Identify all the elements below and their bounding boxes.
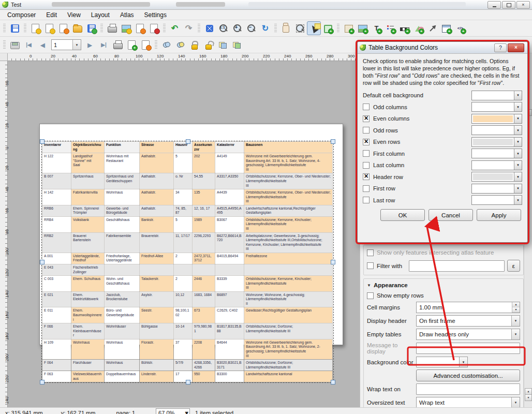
add-html-button[interactable]: </>+ bbox=[453, 21, 467, 35]
menu-item-composer[interactable]: Composer bbox=[2, 10, 41, 20]
group-items-button[interactable] bbox=[159, 38, 173, 52]
even-columns-checkbox[interactable] bbox=[363, 115, 370, 122]
add-label-button[interactable]: T+ bbox=[370, 21, 383, 35]
even-rows-color[interactable]: ▼ bbox=[471, 137, 522, 147]
selection-handle[interactable] bbox=[40, 139, 45, 144]
export-svg-button[interactable] bbox=[133, 21, 147, 35]
dialog-help-button[interactable]: ? bbox=[494, 43, 507, 52]
odd-rows-checkbox[interactable] bbox=[363, 127, 370, 134]
selection-handle[interactable] bbox=[186, 139, 190, 144]
scroll-down-icon[interactable]: ▼ bbox=[525, 394, 532, 401]
add-map-button[interactable]: + bbox=[342, 21, 356, 35]
zoom-in-button[interactable]: + bbox=[230, 21, 244, 35]
add-scalebar-button[interactable]: + bbox=[397, 21, 411, 35]
align-items-button[interactable] bbox=[229, 38, 243, 52]
dialog-close-button[interactable]: × bbox=[508, 43, 524, 52]
last-row-checkbox[interactable] bbox=[363, 197, 370, 203]
add-arrow-button[interactable] bbox=[425, 21, 439, 35]
select-move-item-button[interactable] bbox=[307, 21, 321, 35]
apply-button[interactable]: Apply bbox=[477, 209, 521, 221]
menu-item-layout[interactable]: Layout bbox=[86, 10, 115, 20]
attribute-table-item[interactable]: InventarnrObjektbezeichnungFunktionStras… bbox=[41, 141, 334, 383]
last-column-color[interactable]: ▼ bbox=[471, 160, 522, 170]
last-column-checkbox[interactable] bbox=[363, 162, 370, 169]
menu-item-edit[interactable]: Edit bbox=[41, 10, 62, 20]
first-column-checkbox[interactable] bbox=[363, 150, 370, 157]
menu-item-view[interactable]: View bbox=[62, 10, 86, 20]
menu-item-atlas[interactable]: Atlas bbox=[115, 10, 139, 20]
print-button[interactable] bbox=[105, 21, 119, 35]
save-as-button[interactable] bbox=[84, 21, 98, 35]
even-rows-checkbox[interactable] bbox=[363, 139, 370, 145]
redo-button[interactable]: ↷ bbox=[182, 21, 196, 35]
zoom-1-1-button[interactable]: 1:1 bbox=[216, 21, 230, 35]
atlas-print-button[interactable] bbox=[111, 38, 125, 52]
ok-button[interactable]: OK bbox=[380, 209, 425, 221]
ungroup-items-button[interactable] bbox=[173, 38, 187, 52]
move-item-content-button[interactable]: + bbox=[321, 21, 335, 35]
maximize-button[interactable] bbox=[502, 1, 515, 9]
lock-items-button[interactable] bbox=[187, 38, 201, 52]
header-row-checkbox[interactable] bbox=[363, 173, 370, 180]
refresh-button[interactable]: ↻ bbox=[258, 21, 272, 35]
expression-button[interactable]: ε bbox=[507, 260, 520, 272]
selection-handle[interactable] bbox=[40, 380, 45, 385]
unlock-items-button[interactable] bbox=[201, 38, 215, 52]
default-cell-background-color[interactable]: ▼ bbox=[471, 91, 522, 100]
zoom-out-button[interactable]: − bbox=[244, 21, 258, 35]
add-shape-button[interactable]: + bbox=[411, 21, 425, 35]
cancel-button[interactable]: Cancel bbox=[428, 209, 473, 221]
atlas-prev-button[interactable]: ◀ bbox=[36, 38, 50, 52]
oversized-text-select[interactable]: Wrap text ▼ bbox=[416, 397, 520, 407]
zoom-rect-button[interactable] bbox=[293, 21, 307, 35]
atlas-preview-button[interactable] bbox=[8, 38, 22, 52]
atlas-settings-button[interactable] bbox=[139, 38, 153, 52]
display-header-select[interactable]: On first frame ▼ bbox=[416, 315, 520, 327]
add-legend-button[interactable]: + bbox=[383, 21, 397, 35]
atlas-first-button[interactable]: |◀ bbox=[22, 38, 36, 52]
spin-down-icon[interactable]: ▼ bbox=[512, 307, 520, 313]
selection-handle[interactable] bbox=[331, 139, 335, 144]
spin-up-icon[interactable]: ▲ bbox=[512, 302, 520, 307]
first-column-color[interactable]: ▼ bbox=[471, 149, 522, 158]
zoom-level-combo[interactable]: 67.0% ▼ bbox=[156, 408, 190, 414]
add-image-button[interactable]: + bbox=[356, 21, 370, 35]
undo-button[interactable]: ↶ bbox=[168, 21, 182, 35]
export-image-button[interactable] bbox=[119, 21, 133, 35]
selection-handle[interactable] bbox=[40, 260, 45, 264]
wrap-text-on-input[interactable] bbox=[416, 383, 520, 395]
filter-with-checkbox[interactable] bbox=[367, 262, 374, 269]
odd-columns-color[interactable]: ▼ bbox=[471, 102, 522, 112]
atlas-export-button[interactable]: + bbox=[125, 38, 139, 52]
open-button[interactable] bbox=[70, 21, 84, 35]
atlas-last-button[interactable]: ▶| bbox=[97, 38, 111, 52]
header-row-color[interactable]: ▼ bbox=[471, 172, 522, 182]
duplicate-composition-button[interactable] bbox=[42, 21, 56, 35]
background-color-button[interactable] bbox=[416, 357, 460, 367]
empty-tables-select[interactable]: Draw headers only ▼ bbox=[416, 329, 520, 340]
raise-items-button[interactable] bbox=[215, 38, 229, 52]
selection-handle[interactable] bbox=[331, 260, 335, 264]
collapse-triangle-icon[interactable]: ▼ bbox=[367, 283, 371, 288]
save-button[interactable] bbox=[8, 21, 22, 35]
menu-item-settings[interactable]: Settings bbox=[139, 10, 172, 20]
first-row-checkbox[interactable] bbox=[363, 185, 370, 192]
atlas-page-combo[interactable]: 1▼ bbox=[51, 39, 81, 50]
even-columns-color[interactable]: ▼ bbox=[471, 114, 522, 124]
zoom-full-button[interactable] bbox=[202, 21, 216, 35]
pan-button[interactable] bbox=[279, 21, 293, 35]
advanced-customisation-button[interactable]: Advanced customisation... bbox=[416, 369, 520, 381]
odd-rows-color[interactable]: ▼ bbox=[471, 125, 522, 135]
add-table-button[interactable]: + bbox=[439, 21, 453, 35]
background-color-dropdown[interactable]: ▼ bbox=[460, 357, 468, 367]
atlas-next-button[interactable]: ▶ bbox=[83, 38, 97, 52]
last-row-color[interactable]: ▼ bbox=[471, 195, 522, 205]
show-empty-rows-checkbox[interactable] bbox=[367, 292, 374, 299]
selection-handle[interactable] bbox=[186, 380, 190, 385]
atlas-feature-checkbox[interactable] bbox=[367, 249, 374, 256]
first-row-color[interactable]: ▼ bbox=[471, 184, 522, 194]
selection-handle[interactable] bbox=[331, 380, 335, 385]
new-composition-button[interactable] bbox=[28, 21, 42, 35]
filter-input[interactable] bbox=[409, 260, 505, 272]
close-button[interactable]: × bbox=[516, 1, 530, 9]
